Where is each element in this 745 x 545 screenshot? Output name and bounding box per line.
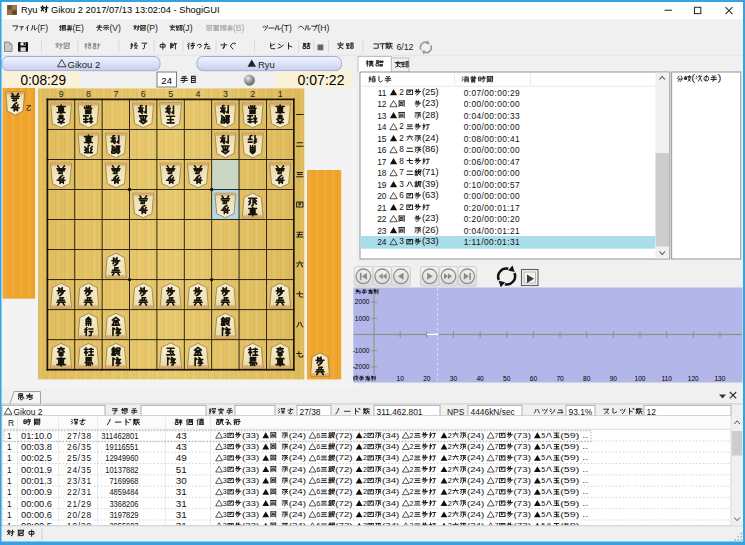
- svg-text:(25): (25): [422, 88, 439, 97]
- svg-text:(72): (72): [335, 431, 355, 440]
- svg-text:19116551: 19116551: [105, 442, 139, 452]
- svg-text:3: 3: [399, 237, 404, 246]
- svg-text:(59) ..: (59) ..: [560, 442, 588, 451]
- svg-text:1000: 1000: [355, 315, 370, 322]
- svg-text:(34): (34): [382, 487, 402, 496]
- svg-text:2: 2: [250, 89, 255, 99]
- svg-text:22: 22: [377, 214, 387, 224]
- svg-text:6: 6: [316, 499, 321, 508]
- svg-text:0:20/00:01:17: 0:20/00:01:17: [464, 203, 520, 213]
- svg-text:4859484: 4859484: [109, 487, 138, 497]
- svg-text:0:06/00:00:47: 0:06/00:00:47: [464, 157, 520, 167]
- svg-text:(72): (72): [335, 453, 355, 462]
- svg-text:2: 2: [410, 510, 414, 519]
- svg-text:3: 3: [399, 180, 404, 189]
- svg-text:00:00.9: 00:00.9: [21, 487, 52, 497]
- svg-text:3: 3: [223, 476, 228, 485]
- svg-text:13: 13: [377, 111, 387, 121]
- svg-text:6: 6: [316, 465, 321, 474]
- svg-text:90: 90: [610, 375, 618, 382]
- svg-text:(24): (24): [289, 442, 309, 451]
- svg-text:0:07/00:00:29: 0:07/00:00:29: [464, 88, 520, 98]
- svg-text:2: 2: [363, 465, 367, 474]
- svg-text:(73): (73): [514, 465, 534, 474]
- svg-text:0:10/00:00:57: 0:10/00:00:57: [464, 180, 520, 190]
- svg-text:2: 2: [448, 499, 452, 508]
- svg-text:2: 2: [448, 487, 452, 496]
- svg-text:30: 30: [450, 375, 458, 382]
- svg-text:(33): (33): [242, 499, 262, 508]
- svg-text:2: 2: [410, 499, 414, 508]
- svg-text:(24): (24): [289, 431, 309, 440]
- svg-text:0:00/00:00:00: 0:00/00:00:00: [464, 168, 520, 178]
- svg-text:(72): (72): [335, 487, 355, 496]
- svg-text:6: 6: [399, 191, 404, 200]
- svg-text:(59) ..: (59) ..: [560, 431, 588, 440]
- svg-text:(24): (24): [467, 431, 487, 440]
- svg-text:3: 3: [223, 499, 228, 508]
- svg-text:120: 120: [688, 375, 699, 382]
- svg-text:14: 14: [377, 122, 387, 132]
- svg-text:10: 10: [396, 375, 404, 382]
- svg-text:(39): (39): [422, 180, 439, 189]
- svg-text:2: 2: [363, 453, 367, 462]
- svg-text:2: 2: [410, 442, 414, 451]
- svg-text:(33): (33): [242, 431, 262, 440]
- svg-text:00:03.8: 00:03.8: [21, 442, 52, 452]
- svg-text:2: 2: [448, 476, 452, 485]
- svg-text:(24): (24): [289, 453, 309, 462]
- svg-text:311462801: 311462801: [101, 431, 139, 441]
- svg-text:0:04/00:01:21: 0:04/00:01:21: [464, 226, 520, 236]
- svg-text:24: 24: [161, 75, 172, 86]
- svg-text:23: 23: [377, 226, 387, 236]
- svg-text:(73): (73): [514, 487, 534, 496]
- svg-text:(24): (24): [467, 510, 487, 519]
- svg-text:2: 2: [448, 442, 452, 451]
- svg-text:1: 1: [7, 431, 12, 441]
- svg-text:6: 6: [316, 476, 321, 485]
- svg-text:0:00/00:00:00: 0:00/00:00:00: [464, 145, 520, 155]
- svg-text:2: 2: [399, 88, 404, 97]
- svg-text:01:10.0: 01:10.0: [21, 431, 52, 441]
- svg-text:51: 51: [176, 465, 187, 475]
- svg-text:(B): (B): [233, 23, 245, 33]
- svg-text:24: 24: [377, 237, 387, 247]
- svg-text:100: 100: [634, 375, 645, 382]
- svg-text:(24): (24): [289, 487, 309, 496]
- svg-text:22/31: 22/31: [67, 487, 91, 497]
- svg-text:31: 31: [176, 487, 187, 497]
- svg-text:26/35: 26/35: [67, 442, 91, 452]
- svg-text:5: 5: [168, 89, 173, 99]
- svg-text:80: 80: [583, 375, 591, 382]
- svg-text:2: 2: [410, 476, 414, 485]
- svg-text:31: 31: [176, 499, 187, 509]
- svg-text:6: 6: [316, 431, 321, 440]
- svg-text:(24): (24): [467, 465, 487, 474]
- svg-text:7: 7: [494, 453, 498, 462]
- svg-text:12949960: 12949960: [105, 453, 139, 463]
- svg-text:19: 19: [377, 180, 387, 190]
- svg-text:6: 6: [316, 510, 321, 519]
- svg-text:2: 2: [363, 487, 367, 496]
- svg-text:6: 6: [316, 442, 321, 451]
- svg-text:7: 7: [494, 476, 498, 485]
- svg-text:(71): (71): [422, 168, 439, 177]
- svg-text:1: 1: [7, 453, 12, 463]
- svg-text:20: 20: [423, 375, 431, 382]
- svg-text:(73): (73): [514, 510, 534, 519]
- svg-text:(86): (86): [422, 145, 439, 154]
- svg-text:7: 7: [399, 168, 404, 177]
- svg-text:0:20/00:00:20: 0:20/00:00:20: [464, 214, 520, 224]
- svg-text:(H): (H): [318, 23, 330, 33]
- svg-text:3: 3: [223, 89, 228, 99]
- svg-text:(F): (F): [37, 23, 48, 33]
- svg-text:-1000: -1000: [353, 347, 370, 354]
- svg-text:1: 1: [7, 499, 12, 509]
- svg-text:): ): [717, 74, 721, 83]
- svg-text:(P): (P): [147, 23, 159, 33]
- svg-text:0:00/00:00:00: 0:00/00:00:00: [464, 99, 520, 109]
- svg-text:50: 50: [503, 375, 511, 382]
- svg-text:(24): (24): [467, 442, 487, 451]
- svg-text:(24): (24): [289, 476, 309, 485]
- svg-text:R: R: [8, 418, 14, 428]
